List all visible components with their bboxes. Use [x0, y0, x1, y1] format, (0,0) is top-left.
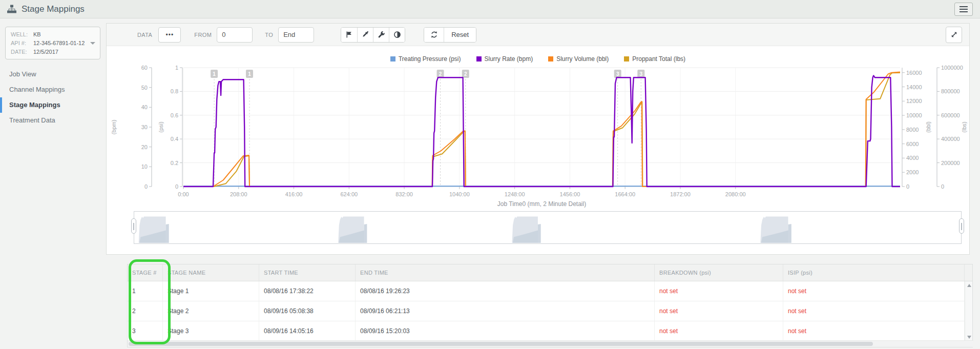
legend-item[interactable]: Slurry Rate (bpm)	[476, 55, 533, 63]
table-cell: 08/09/16 14:05:16	[259, 321, 356, 341]
legend-item[interactable]: Slurry Volume (bbl)	[548, 55, 609, 63]
column-header: ISIP (psi)	[783, 264, 965, 281]
svg-text:10: 10	[141, 163, 148, 170]
refresh-button[interactable]	[424, 28, 444, 42]
sidebar-item-channel-mappings[interactable]: Channel Mappings	[0, 82, 106, 97]
svg-text:2: 2	[464, 71, 467, 77]
svg-text:0: 0	[175, 183, 178, 190]
svg-text:2: 2	[439, 71, 442, 77]
axis-lbs: 02000004000006000008000001000000(lbs)	[937, 65, 967, 190]
svg-text:400000: 400000	[941, 136, 960, 142]
column-header: STAGE NAME	[163, 264, 259, 281]
date-value: 12/5/2017	[33, 48, 58, 56]
sidebar-item-stage-mappings[interactable]: Stage Mappings	[0, 97, 106, 113]
date-row: DATE: 12/5/2017	[11, 48, 95, 56]
table-cell: not set	[655, 321, 783, 341]
stage-markers: 112233	[211, 70, 644, 187]
navigator-left-handle[interactable]	[131, 218, 136, 234]
scroll-down-icon[interactable]	[967, 336, 971, 339]
from-input[interactable]	[217, 27, 253, 43]
data-label: DATA	[137, 32, 152, 38]
sidebar-item-job-view[interactable]: Job View	[0, 67, 106, 82]
table-row[interactable]: 2Stage 208/09/16 05:08:3808/09/16 06:21:…	[128, 301, 972, 321]
svg-text:1: 1	[248, 71, 251, 77]
legend-swatch-icon	[390, 56, 395, 61]
svg-text:416:00: 416:00	[285, 191, 303, 197]
table-cell: not set	[783, 301, 965, 321]
table-cell: not set	[783, 321, 965, 341]
table-cell: Stage 2	[163, 301, 259, 321]
chart-series	[183, 72, 900, 187]
svg-text:0.4: 0.4	[171, 136, 178, 142]
svg-text:0.6: 0.6	[171, 112, 178, 118]
scrollbar-thumb[interactable]	[129, 342, 873, 346]
svg-text:0.8: 0.8	[171, 88, 178, 94]
wrench-icon	[378, 31, 385, 38]
chart-toolbar: DATA ••• FROM TO	[107, 24, 969, 46]
table-cell: 2	[128, 301, 163, 321]
menu-button[interactable]	[954, 3, 973, 16]
table-body: 1Stage 108/08/16 17:38:2208/08/16 19:26:…	[128, 281, 972, 341]
axis-bbl: 0200040006000800010000120001400016000(bb…	[902, 68, 931, 190]
svg-text:12000: 12000	[906, 98, 922, 104]
chevron-down-icon[interactable]	[90, 42, 95, 45]
api-row: API #: 12-345-67891-01-12	[11, 39, 95, 48]
data-options-button[interactable]: •••	[158, 27, 181, 43]
table-cell: 08/09/16 05:08:38	[259, 301, 356, 321]
svg-text:200000: 200000	[941, 160, 960, 166]
svg-text:0: 0	[906, 183, 909, 190]
table-cell: 3	[128, 321, 163, 341]
svg-text:600000: 600000	[941, 112, 960, 118]
svg-text:10000: 10000	[906, 112, 922, 118]
svg-text:(psi): (psi)	[158, 121, 164, 132]
table-cell: not set	[783, 281, 965, 301]
legend-label: Treating Pressure (psi)	[399, 55, 461, 63]
scroll-up-icon[interactable]	[967, 284, 971, 287]
legend-label: Slurry Rate (bpm)	[485, 55, 533, 63]
api-label: API #:	[11, 39, 33, 48]
table-cell: Stage 3	[163, 321, 259, 341]
legend-item[interactable]: Proppant Total (lbs)	[624, 55, 685, 63]
legend-label: Proppant Total (lbs)	[632, 55, 685, 63]
date-label: DATE:	[11, 48, 33, 56]
table-row[interactable]: 3Stage 308/09/16 14:05:1608/09/16 15:20:…	[128, 321, 972, 341]
svg-text:0: 0	[144, 183, 148, 190]
svg-text:2080:00: 2080:00	[725, 191, 746, 197]
contrast-icon	[393, 31, 401, 38]
contrast-button[interactable]	[389, 28, 405, 42]
table-cell: 1	[128, 281, 163, 301]
reset-button[interactable]: Reset	[444, 28, 476, 42]
navigator-minimap	[134, 211, 962, 245]
to-label: TO	[265, 32, 273, 38]
chart-navigator[interactable]	[134, 211, 962, 245]
svg-text:0:00: 0:00	[178, 191, 189, 197]
well-selector[interactable]: WELL: KB API #: 12-345-67891-01-12 DATE:…	[5, 27, 100, 59]
chart-area[interactable]: 1122330102030405060(bpm)00.20.40.60.81(p…	[107, 64, 969, 208]
svg-text:30: 30	[141, 124, 148, 130]
svg-text:8000: 8000	[906, 127, 919, 133]
svg-text:1872:00: 1872:00	[670, 191, 691, 197]
svg-text:1664:00: 1664:00	[615, 191, 635, 197]
series-bpm	[183, 76, 900, 187]
sidebar-item-treatment-data[interactable]: Treatment Data	[0, 113, 106, 128]
wrench-button[interactable]	[373, 28, 389, 42]
expand-icon	[950, 31, 958, 38]
navigator-right-handle[interactable]	[959, 218, 964, 234]
well-label: WELL:	[11, 30, 33, 39]
table-header-row: STAGE #STAGE NAMESTART TIMEEND TIMEBREAK…	[128, 264, 972, 281]
legend-item[interactable]: Treating Pressure (psi)	[390, 55, 461, 63]
table-vertical-scrollbar[interactable]	[965, 281, 972, 341]
table-row[interactable]: 1Stage 108/08/16 17:38:2208/08/16 19:26:…	[128, 281, 972, 301]
eyedropper-button[interactable]	[357, 28, 373, 42]
to-input[interactable]	[278, 27, 314, 43]
svg-text:20: 20	[141, 144, 148, 150]
flag-button[interactable]	[341, 28, 357, 42]
expand-button[interactable]	[946, 27, 962, 43]
svg-text:50: 50	[141, 85, 148, 91]
chart-tools-group	[341, 27, 405, 43]
svg-text:60: 60	[141, 65, 148, 71]
sitemap-icon	[7, 5, 16, 13]
table-cell: not set	[655, 301, 783, 321]
flag-icon	[345, 31, 353, 38]
table-horizontal-scrollbar[interactable]	[128, 340, 973, 347]
